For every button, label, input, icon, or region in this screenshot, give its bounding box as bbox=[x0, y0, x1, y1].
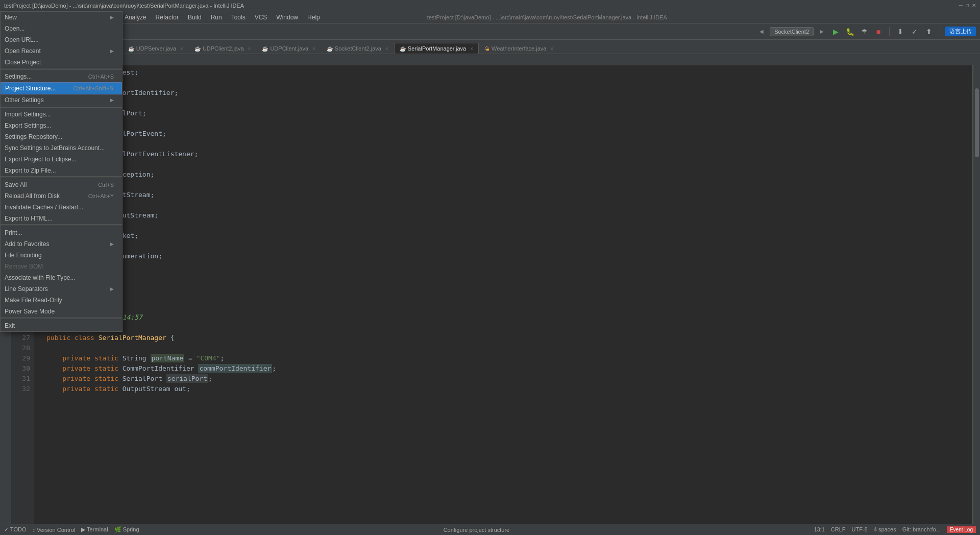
code-line-23: * bbox=[46, 292, 968, 302]
menu-help[interactable]: Help bbox=[303, 13, 324, 22]
tab-udpserver[interactable]: ☕ UDPServer.java × bbox=[122, 43, 189, 54]
scrollbar-track[interactable] bbox=[973, 65, 980, 524]
status-bar-right: 13:1 CRLF UTF-8 4 spaces Git: branch:fo.… bbox=[814, 526, 976, 533]
menu-other-settings[interactable]: Other Settings bbox=[1, 94, 122, 106]
menu-sync-settings[interactable]: Sync Settings to JetBrains Account... bbox=[1, 142, 122, 154]
tab-udpclient2[interactable]: ☕ UDPClient2.java × bbox=[189, 43, 257, 54]
menu-open-url[interactable]: Open URL... bbox=[1, 34, 122, 45]
window-controls[interactable]: ─ □ ✕ bbox=[959, 3, 976, 8]
menu-power-save-mode[interactable]: Power Save Mode bbox=[1, 306, 122, 317]
menu-export-settings[interactable]: Export Settings... bbox=[1, 120, 122, 131]
menu-import-settings[interactable]: Import Settings... bbox=[1, 109, 122, 120]
menu-close-project[interactable]: Close Project bbox=[1, 57, 122, 68]
menu-open[interactable]: Open... bbox=[1, 23, 122, 34]
code-line-17: import java.net.Socket; bbox=[46, 231, 968, 241]
status-indent[interactable]: 4 spaces bbox=[874, 526, 896, 533]
tab-socketclient2[interactable]: ☕ SocketClient2.java × bbox=[321, 43, 394, 54]
menu-invalidate-caches[interactable]: Invalidate Caches / Restart... bbox=[1, 202, 122, 213]
vcs-update-button[interactable]: ⬇ bbox=[895, 26, 906, 37]
minimize-button[interactable]: ─ bbox=[959, 3, 963, 8]
event-log-button[interactable]: Event Log bbox=[947, 526, 976, 533]
tab-label-weatherinterface: WeatherInterface.java bbox=[492, 45, 546, 52]
file-menu-section-1: New Open... Open URL... Open Recent Clos… bbox=[1, 12, 122, 68]
run-button[interactable]: ▶ bbox=[830, 26, 841, 37]
menu-open-recent[interactable]: Open Recent bbox=[1, 45, 122, 57]
menu-bar: File Edit View Navigate Code Analyze Ref… bbox=[0, 11, 980, 23]
run-config-arrow-left[interactable]: ◀ bbox=[756, 27, 767, 37]
code-line-9: import gnu.io.SerialPortEventListener; bbox=[46, 149, 968, 159]
tab-icon-udpclient: ☕ bbox=[262, 46, 268, 52]
menu-vcs[interactable]: VCS bbox=[251, 13, 272, 22]
tab-close-udpserver[interactable]: × bbox=[180, 46, 183, 52]
menu-export-zip-label: Export to Zip File... bbox=[5, 167, 56, 174]
menu-save-all[interactable]: Save All Ctrl+S bbox=[1, 179, 122, 190]
menu-refactor[interactable]: Refactor bbox=[152, 13, 183, 22]
code-line-22: * TODO bbox=[46, 282, 968, 292]
tab-close-weatherinterface[interactable]: × bbox=[550, 46, 553, 52]
file-menu-dropdown: New Open... Open URL... Open Recent Clos… bbox=[0, 11, 122, 332]
menu-reload-all[interactable]: Reload All from Disk Ctrl+Alt+Y bbox=[1, 190, 122, 202]
menu-other-settings-label: Other Settings bbox=[5, 96, 44, 104]
code-line-1: package com.ruoyi.test; bbox=[46, 67, 968, 78]
debug-button[interactable]: 🐛 bbox=[844, 26, 855, 37]
version-control-tab[interactable]: ↕ Version Control bbox=[32, 527, 75, 533]
code-lines[interactable]: package com.ruoyi.test; import gnu.io.Co… bbox=[42, 65, 972, 524]
code-line-3: import gnu.io.CommPortIdentifier; bbox=[46, 88, 968, 98]
menu-export-eclipse[interactable]: Export Project to Eclipse... bbox=[1, 154, 122, 165]
tab-close-socketclient2[interactable]: × bbox=[385, 46, 388, 52]
code-line-8 bbox=[46, 139, 968, 149]
todo-tab[interactable]: ✓ TODO bbox=[4, 526, 26, 533]
menu-analyze[interactable]: Analyze bbox=[120, 13, 151, 22]
menu-export-zip[interactable]: Export to Zip File... bbox=[1, 165, 122, 176]
menu-open-label: Open... bbox=[5, 25, 24, 32]
vcs-commit-button[interactable]: ✓ bbox=[909, 26, 920, 37]
tab-label-udpserver: UDPServer.java bbox=[136, 45, 176, 52]
menu-file-encoding[interactable]: File Encoding bbox=[1, 250, 122, 261]
code-line-26: */ bbox=[46, 323, 968, 333]
tab-close-udpclient[interactable]: × bbox=[312, 46, 315, 52]
code-line-25: * @date 2022/4/24 14:57 bbox=[46, 312, 968, 323]
tab-weatherinterface[interactable]: 🌤 WeatherInterface.java × bbox=[479, 43, 559, 54]
menu-make-read-only[interactable]: Make File Read-Only bbox=[1, 295, 122, 306]
menu-sync-settings-label: Sync Settings to JetBrains Account... bbox=[5, 144, 105, 152]
menu-exit[interactable]: Exit bbox=[1, 320, 122, 331]
terminal-tab[interactable]: ▶ Terminal bbox=[81, 526, 108, 533]
scrollbar-thumb[interactable] bbox=[975, 88, 979, 157]
stop-button[interactable]: ■ bbox=[873, 26, 884, 37]
status-encoding[interactable]: UTF-8 bbox=[852, 526, 868, 533]
menu-print[interactable]: Print... bbox=[1, 227, 122, 238]
tab-serialportmanager[interactable]: ☕ SerialPortManager.java × bbox=[394, 43, 479, 54]
maximize-button[interactable]: □ bbox=[966, 3, 969, 8]
spring-tab[interactable]: 🌿 Spring bbox=[114, 526, 139, 533]
tab-icon-udpserver: ☕ bbox=[128, 46, 134, 52]
menu-project-structure[interactable]: Project Structure... Ctrl+Alt+Shift+S bbox=[1, 82, 122, 94]
toolbar-separator-2 bbox=[889, 27, 890, 36]
menu-tools[interactable]: Tools bbox=[227, 13, 250, 22]
project-path: testProject [D:\javaDemo] - ...\src\main… bbox=[427, 14, 667, 20]
tab-close-udpclient2[interactable]: × bbox=[248, 46, 251, 52]
menu-build[interactable]: Build bbox=[184, 13, 206, 22]
tab-close-serialportmanager[interactable]: × bbox=[470, 46, 473, 52]
status-configure: Configure project structure bbox=[444, 527, 510, 533]
code-line-29: private static String portName = "COM4"; bbox=[46, 353, 968, 363]
menu-add-to-favorites[interactable]: Add to Favorites bbox=[1, 238, 122, 250]
vcs-push-button[interactable]: ⬆ bbox=[923, 26, 935, 37]
tab-udpclient[interactable]: ☕ UDPClient.java × bbox=[256, 43, 321, 54]
editor-area: 1 2 3 4 5 6 7 8 9 10 11 12 13 14 15 16 1… bbox=[11, 65, 972, 524]
status-crlf[interactable]: CRLF bbox=[831, 526, 846, 533]
menu-settings-repository[interactable]: Settings Repository... bbox=[1, 131, 122, 142]
menu-open-url-label: Open URL... bbox=[5, 36, 39, 43]
window-title: testProject [D:\javaDemo] - ...\src\main… bbox=[4, 3, 244, 9]
menu-new[interactable]: New bbox=[1, 12, 122, 23]
menu-export-html[interactable]: Export to HTML... bbox=[1, 213, 122, 224]
close-button[interactable]: ✕ bbox=[972, 3, 976, 8]
menu-settings[interactable]: Settings... Ctrl+Alt+S bbox=[1, 71, 122, 82]
menu-line-separators[interactable]: Line Separators bbox=[1, 283, 122, 295]
ide-lang-button[interactable]: 语言上传 bbox=[945, 27, 976, 36]
coverage-button[interactable]: ☂ bbox=[859, 26, 870, 37]
menu-associate-file-type[interactable]: Associate with File Type... bbox=[1, 272, 122, 283]
menu-run[interactable]: Run bbox=[207, 13, 226, 22]
run-config-arrow-right[interactable]: ▶ bbox=[817, 27, 827, 37]
run-config-dropdown[interactable]: SocketClient2 bbox=[770, 27, 814, 36]
menu-window[interactable]: Window bbox=[272, 13, 302, 22]
